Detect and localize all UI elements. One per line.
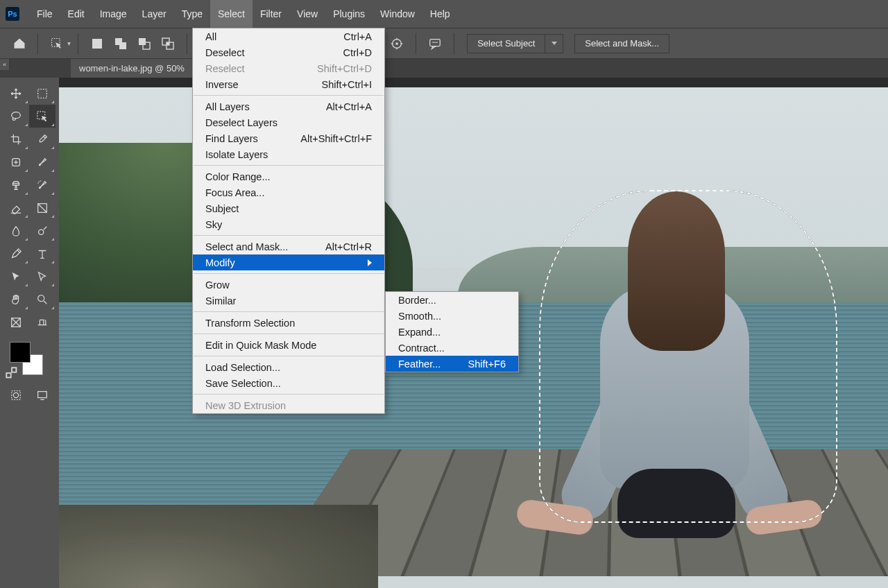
tool-crop[interactable] [3, 128, 29, 150]
submenu-item-contract[interactable]: Contract... [386, 340, 518, 356]
menu-select[interactable]: Select [210, 0, 253, 28]
tool-preset-picker[interactable] [49, 36, 65, 51]
home-button[interactable] [8, 33, 31, 55]
document-tab[interactable]: women-in-lake.jpg @ 50% [71, 59, 194, 78]
menu-item-transform-selection[interactable]: Transform Selection [193, 315, 384, 331]
intersect-selection-icon[interactable] [160, 36, 176, 51]
tool-type[interactable] [29, 242, 56, 265]
separator [454, 33, 454, 54]
tool-gradient[interactable] [29, 196, 56, 219]
tool-path-select[interactable] [3, 265, 29, 288]
menu-item-similar[interactable]: Similar [193, 293, 384, 309]
tool-healing[interactable] [3, 150, 29, 173]
select-subject-button[interactable]: Select Subject [467, 34, 545, 53]
tool-hand[interactable] [3, 288, 29, 311]
gradient-icon [36, 202, 49, 214]
tool-three-d[interactable] [29, 311, 56, 334]
submenu-item-border[interactable]: Border... [386, 292, 518, 308]
menu-separator [194, 235, 384, 236]
separator [78, 33, 78, 54]
tool-zoom[interactable] [29, 288, 56, 311]
direct-select-icon [36, 270, 49, 283]
menu-item-focus-area[interactable]: Focus Area... [193, 184, 384, 200]
menu-item-all-layers[interactable]: All LayersAlt+Ctrl+A [193, 98, 384, 114]
home-icon [12, 37, 26, 51]
add-selection-icon[interactable] [113, 36, 128, 51]
menu-item-save-selection[interactable]: Save Selection... [193, 375, 384, 391]
tool-dodge[interactable] [29, 219, 56, 242]
menu-filter[interactable]: Filter [253, 0, 289, 28]
tool-frame[interactable] [3, 311, 29, 334]
swap-colors-icon[interactable] [6, 367, 15, 377]
screen-mode-icon[interactable] [29, 383, 56, 406]
menu-item-edit-in-quick-mask-mode[interactable]: Edit in Quick Mask Mode [193, 337, 384, 353]
new-selection-icon[interactable] [89, 36, 105, 51]
svg-point-26 [13, 392, 18, 397]
menu-item-all[interactable]: AllCtrl+A [193, 28, 384, 44]
svg-point-13 [433, 42, 434, 43]
menu-view[interactable]: View [289, 0, 325, 28]
tool-direct-select[interactable] [29, 265, 56, 288]
eraser-icon [10, 202, 22, 214]
feedback-icon[interactable] [427, 36, 443, 51]
menu-item-deselect[interactable]: DeselectCtrl+D [193, 44, 384, 60]
menu-window[interactable]: Window [373, 0, 422, 28]
menu-item-find-layers[interactable]: Find LayersAlt+Shift+Ctrl+F [193, 130, 384, 146]
menu-item-isolate-layers[interactable]: Isolate Layers [193, 146, 384, 162]
foreground-color[interactable] [10, 342, 31, 363]
tool-object-select[interactable] [29, 105, 56, 128]
svg-point-14 [434, 42, 436, 43]
svg-rect-24 [12, 368, 16, 372]
object-select-icon [36, 110, 49, 123]
svg-point-11 [395, 42, 398, 45]
tool-clone[interactable] [3, 173, 29, 196]
menu-layer[interactable]: Layer [135, 0, 174, 28]
menu-item-modify[interactable]: Modify [193, 254, 384, 270]
color-swatches [3, 339, 56, 381]
select-and-mask-button[interactable]: Select and Mask... [574, 34, 669, 53]
collapse-handle[interactable]: « [0, 59, 10, 70]
image-shore [59, 505, 378, 588]
frame-icon [10, 316, 22, 329]
tool-artboard[interactable] [29, 82, 56, 105]
menu-type[interactable]: Type [174, 0, 210, 28]
menu-item-sky[interactable]: Sky [193, 216, 384, 232]
enhance-edge-icon[interactable] [389, 36, 404, 51]
tool-lasso[interactable] [3, 105, 29, 128]
tool-move[interactable] [3, 82, 29, 105]
menu-plugins[interactable]: Plugins [325, 0, 373, 28]
tool-eyedropper[interactable] [29, 128, 56, 150]
separator [187, 33, 187, 54]
menu-edit[interactable]: Edit [60, 0, 92, 28]
menu-item-grow[interactable]: Grow [193, 277, 384, 293]
healing-icon [10, 156, 22, 168]
svg-rect-16 [38, 89, 47, 98]
submenu-item-smooth[interactable]: Smooth... [386, 308, 518, 324]
menu-item-subject[interactable]: Subject [193, 200, 384, 216]
menu-item-load-selection[interactable]: Load Selection... [193, 359, 384, 375]
subtract-selection-icon[interactable] [137, 36, 152, 51]
tool-history-brush[interactable] [29, 173, 56, 196]
menu-image[interactable]: Image [92, 0, 135, 28]
tool-pen[interactable] [3, 242, 29, 265]
submenu-item-feather[interactable]: Feather...Shift+F6 [386, 356, 518, 372]
menu-item-select-and-mask[interactable]: Select and Mask...Alt+Ctrl+R [193, 239, 384, 254]
menu-item-color-range[interactable]: Color Range... [193, 168, 384, 184]
menu-file[interactable]: File [29, 0, 60, 28]
submenu-item-expand[interactable]: Expand... [386, 324, 518, 340]
menu-item-deselect-layers[interactable]: Deselect Layers [193, 114, 384, 130]
menu-item-inverse[interactable]: InverseShift+Ctrl+I [193, 76, 384, 92]
tool-brush[interactable] [29, 150, 56, 173]
options-bar: ▾ Mode: Rectangle Select Subject Select … [0, 28, 888, 59]
tool-eraser[interactable] [3, 196, 29, 219]
separator [416, 33, 416, 54]
quick-mask-icon[interactable] [3, 383, 29, 406]
tool-blur[interactable] [3, 219, 29, 242]
svg-rect-8 [166, 42, 169, 45]
svg-rect-27 [38, 391, 47, 397]
object-select-icon [50, 37, 64, 51]
menubar: Ps File Edit Image Layer Type Select Fil… [0, 0, 888, 28]
select-subject-chevron[interactable] [545, 34, 563, 53]
menu-help[interactable]: Help [422, 0, 458, 28]
menu-separator [194, 165, 384, 166]
